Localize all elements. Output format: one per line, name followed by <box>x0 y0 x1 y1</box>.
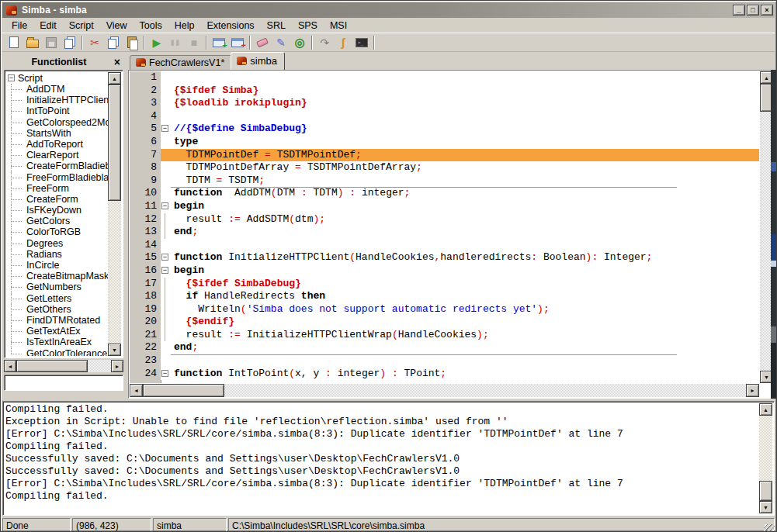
save-all-button[interactable] <box>61 34 79 51</box>
clear-debug-button[interactable] <box>253 34 272 51</box>
function-item-getcolortolerancesp[interactable]: GetColorToleranceSp <box>6 348 108 357</box>
code-editor[interactable]: 12{$ifdef Simba}3{$loadlib irokiplugin}4… <box>128 70 775 399</box>
code-line-13[interactable]: 13end; <box>130 226 759 239</box>
menu-item-msi[interactable]: MSI <box>324 19 353 33</box>
code-line-5[interactable]: 5−//{$define SimbaDebug} <box>130 123 759 136</box>
editor-horizontal-scrollbar[interactable]: ◄ ► <box>130 384 759 397</box>
function-item-getnumbers[interactable]: GetNumbers <box>6 282 108 292</box>
fold-marker[interactable]: − <box>161 251 171 264</box>
code-line-18[interactable]: 18 if HandleRedirects then <box>130 290 759 303</box>
function-item-createbitmapmaskfr[interactable]: CreateBitmapMaskFr <box>6 271 108 282</box>
show-console-button[interactable]: >_ <box>352 34 371 51</box>
code-line-11[interactable]: 11−begin <box>130 200 759 213</box>
code-line-12[interactable]: 12 result := AddSDTM(dtm); <box>130 213 759 226</box>
menu-item-sps[interactable]: SPS <box>292 19 324 33</box>
function-item-getcolors[interactable]: GetColors <box>6 216 108 226</box>
code-line-24[interactable]: 24−function IntToPoint(x, y : integer) :… <box>130 368 759 381</box>
code-line-9[interactable]: 9 TDTM = TSDTM; <box>130 174 759 188</box>
function-item-gettextatex[interactable]: GetTextAtEx <box>6 326 108 337</box>
menu-item-tools[interactable]: Tools <box>134 19 168 33</box>
code-line-21[interactable]: 21 result := InitializeHTTPClientWrap(Ha… <box>130 329 759 342</box>
function-item-adddtm[interactable]: AddDTM <box>6 84 108 95</box>
title-bar[interactable]: Simba - simba _ □ × <box>2 2 775 18</box>
menu-item-srl[interactable]: SRL <box>261 19 292 33</box>
function-search-input[interactable] <box>4 375 123 391</box>
copy-button[interactable] <box>104 34 123 51</box>
close-button[interactable]: × <box>761 5 773 16</box>
menu-item-file[interactable]: File <box>5 19 33 33</box>
minimize-button[interactable]: _ <box>733 5 745 16</box>
menu-item-help[interactable]: Help <box>168 19 201 33</box>
function-item-getcolorspeed2mod[interactable]: GetColorspeed2Mod <box>6 117 108 128</box>
scroll-left-icon[interactable]: ◄ <box>4 360 16 372</box>
function-item-createform[interactable]: CreateForm <box>6 194 108 205</box>
function-item-colortorgb[interactable]: ColorToRGB <box>6 226 108 237</box>
select-client-button[interactable]: ◎ <box>290 34 309 51</box>
function-item-isfkeydown[interactable]: IsFKeyDown <box>6 205 108 216</box>
code-line-1[interactable]: 1 <box>130 71 759 85</box>
menu-item-extensions[interactable]: Extensions <box>200 19 260 33</box>
open-script-button[interactable] <box>23 34 42 51</box>
fold-marker[interactable]: − <box>161 264 171 278</box>
scrollbar-thumb[interactable] <box>759 481 772 501</box>
scroll-down-icon[interactable]: ▼ <box>759 501 772 513</box>
code-line-19[interactable]: 19 Writeln('Simba does not support autom… <box>130 303 759 316</box>
scroll-right-icon[interactable]: ► <box>746 384 759 397</box>
fold-marker[interactable]: − <box>161 200 171 213</box>
new-script-button[interactable] <box>5 34 23 51</box>
code-line-23[interactable]: 23 <box>130 354 759 368</box>
collapse-icon[interactable]: − <box>161 370 168 377</box>
code-line-3[interactable]: 3{$loadlib irokiplugin} <box>130 97 759 110</box>
close-tab-button[interactable]: − <box>228 34 247 51</box>
menu-item-script[interactable]: Script <box>63 19 100 33</box>
tree-root-script[interactable]: −Script <box>6 72 108 84</box>
resize-grip[interactable] <box>764 524 775 532</box>
color-picker-button[interactable]: ✎ <box>272 34 290 51</box>
function-item-clearreport[interactable]: ClearReport <box>6 150 108 161</box>
function-item-freeformbladieblate[interactable]: FreeFormBladieblate <box>6 172 108 183</box>
scroll-up-icon[interactable]: ▲ <box>759 403 772 416</box>
function-item-radians[interactable]: Radians <box>6 249 108 260</box>
scrollbar-thumb[interactable] <box>108 85 121 201</box>
paste-button[interactable] <box>123 34 141 51</box>
tab-fechcrawlersv1[interactable]: FechCrawlersV1* <box>130 55 232 70</box>
fold-marker[interactable]: − <box>161 123 171 136</box>
run-button[interactable]: ▶ <box>147 34 166 51</box>
collapse-icon[interactable]: − <box>161 267 168 274</box>
collapse-icon[interactable]: − <box>161 202 168 209</box>
reload-plugins-button[interactable]: ↷ <box>315 34 334 51</box>
function-item-istextinareaex[interactable]: IsTextInAreaEx <box>6 337 108 347</box>
functionlist-vertical-scrollbar[interactable]: ▲ ▼ <box>108 72 121 356</box>
function-item-incircle[interactable]: InCircle <box>6 260 108 271</box>
function-item-initializehttpclient[interactable]: InitializeHTTPClient <box>6 95 108 105</box>
code-line-4[interactable]: 4 <box>130 110 759 123</box>
code-line-6[interactable]: 6type <box>130 136 759 149</box>
code-line-20[interactable]: 20 {$endif} <box>130 316 759 329</box>
tab-simba[interactable]: simba <box>231 52 285 70</box>
functionlist-close-icon[interactable]: × <box>113 57 122 67</box>
functionlist-horizontal-scrollbar[interactable]: ◄ ► <box>4 360 123 372</box>
function-item-getletters[interactable]: GetLetters <box>6 293 108 304</box>
code-line-22[interactable]: 22end; <box>130 341 759 354</box>
function-item-finddtmrotated[interactable]: FindDTMRotated <box>6 315 108 326</box>
code-line-2[interactable]: 2{$ifdef Simba} <box>130 85 759 98</box>
collapse-icon[interactable]: − <box>161 254 168 261</box>
maximize-button[interactable]: □ <box>747 5 759 16</box>
menu-item-edit[interactable]: Edit <box>33 19 63 33</box>
fold-marker[interactable]: − <box>161 368 171 381</box>
add-tab-button[interactable]: + <box>210 34 228 51</box>
output-vertical-scrollbar[interactable]: ▲ ▼ <box>759 403 772 513</box>
menu-item-view[interactable]: View <box>100 19 134 33</box>
scrollbar-thumb[interactable] <box>143 384 224 397</box>
function-item-addtoreport[interactable]: AddToReport <box>6 139 108 150</box>
scrollbar-thumb[interactable] <box>16 360 88 372</box>
function-item-freeform[interactable]: FreeForm <box>6 183 108 194</box>
function-item-startswith[interactable]: StartsWith <box>6 128 108 139</box>
code-line-14[interactable]: 14 <box>130 239 759 252</box>
pickup-mouse-button[interactable]: ʃ <box>334 34 352 51</box>
debug-output-panel[interactable]: Compiling failed.Exception in Script: Un… <box>2 401 775 516</box>
collapse-icon[interactable]: − <box>161 125 168 132</box>
cut-button[interactable]: ✂ <box>85 34 104 51</box>
code-line-15[interactable]: 15−function InitializeHTTPClient(HandleC… <box>130 251 759 264</box>
scroll-up-icon[interactable]: ▲ <box>108 72 121 85</box>
